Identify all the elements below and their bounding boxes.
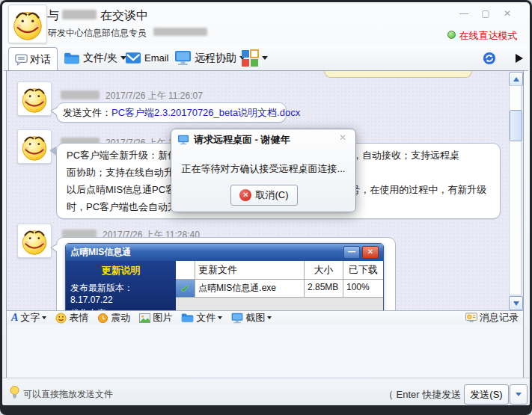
remote-label: 远程协助 [195,52,236,65]
emoticon-button[interactable]: 表情 [55,311,88,325]
update-notes-header: 更新说明 [70,264,171,277]
update-window-screenshot: 点晴MIS信息通 — ✕ 更新说明 发布最新版本：8.17.07.22 优化内容… [65,243,384,310]
message-bubble: 发送文件：PC客户端2.3.20170726_beta说明文档.docx [56,102,287,123]
avatar [17,82,52,116]
avatar [17,129,52,164]
table-row: ✔ 点晴MIS信息通.exe 2.85MB 100% [176,280,383,298]
shake-icon [97,313,108,324]
cancel-x-icon: ✕ [239,189,251,201]
content-frame: 2017/7/26 上午 11:26:07 发送文件：PC客户端2.3.2017… [6,70,524,379]
composer-toolbar: A 文字 表情 [7,310,523,325]
update-notes-panel: 更新说明 发布最新版本：8.17.07.22 优化内容： [66,261,176,310]
text-format-button[interactable]: A 文字 [11,311,46,325]
dialog-titlebar: 请求远程桌面 - 谢健年 [177,133,290,147]
smiley-avatar-icon [19,84,49,114]
close-button[interactable]: ✕ [498,7,516,19]
app-grid-icon [241,49,259,67]
redacted-detail [153,28,207,36]
contact-role: 研发中心信息部信息专员 [48,27,207,40]
image-icon [139,313,150,323]
play-arrow-icon [515,53,524,64]
email-icon [125,52,141,64]
avatar [8,4,47,43]
screenshot-icon [231,313,243,324]
main-toolbar: 对话 文件/夹 Email 远程协助 [4,45,528,71]
title-prefix: 与 [47,9,59,22]
lightbulb-icon [10,386,19,399]
col-size: 大小 [305,261,343,279]
tab-chat-label: 对话 [30,53,51,67]
minimize-icon: — [343,246,360,259]
remote-assist-button[interactable]: 远程协助 [174,48,245,68]
drag-drop-tip: 可以直接拖放发送文件 [23,388,113,401]
update-window-titlebar: 点晴MIS信息通 — ✕ [66,244,383,261]
history-icon [465,313,477,323]
sync-button[interactable] [483,48,496,68]
message-history-button[interactable]: 消息记录 [465,311,519,325]
screenshot-button[interactable]: 截图 [231,311,272,325]
send-options-dropdown[interactable] [510,384,528,405]
scrollbar-down-button[interactable] [509,296,523,310]
chevron-down-icon [262,56,268,60]
speech-bubble-icon [15,54,28,66]
online-mode-status: 在线直达模式 [447,28,517,43]
sent-file-link[interactable]: PC客户端2.3.20170726_beta说明文档.docx [111,107,300,118]
redacted-contact-name [62,10,97,19]
dialog-close-button[interactable]: ✕ [339,132,346,143]
col-downloaded: 已下载 [343,261,383,279]
apps-button[interactable] [241,48,268,68]
smiley-avatar-icon [19,132,49,162]
font-icon: A [11,312,18,324]
remote-desktop-dialog: 请求远程桌面 - 谢健年 ✕ 正在等待对方确认接受远程桌面连接... ✕ 取消(… [171,129,356,212]
smiley-avatar-icon [10,7,45,41]
screen: 与 在交谈中 研发中心信息部信息专员 — ▢ ✕ 在线直达模式 [0,0,532,415]
message-timestamp: 2017/7/26 上午 11:26:07 [106,90,203,102]
file-button[interactable]: 文件 [181,311,222,325]
files-button[interactable]: 文件/夹 [64,48,126,68]
chevron-down-icon [516,393,522,396]
image-button[interactable]: 图片 [139,311,172,325]
expand-arrow-button[interactable] [515,48,524,68]
message-input[interactable] [7,325,523,378]
sync-icon [483,52,496,65]
close-icon: ✕ [362,246,379,259]
cell-downloaded: 100% [343,280,383,297]
folder-icon [64,52,80,65]
send-button[interactable]: 发送(S) [464,384,509,405]
cancel-button[interactable]: ✕ 取消(C) [230,185,298,206]
minimize-button[interactable]: — [455,7,473,19]
col-update-file: 更新文件 [195,261,305,279]
email-button[interactable]: Email [125,48,169,68]
chat-window: 与 在交谈中 研发中心信息部信息专员 — ▢ ✕ 在线直达模式 [0,0,532,415]
dialog-message: 正在等待对方确认接受远程桌面连接... [171,162,355,176]
title-suffix: 在交谈中 [100,9,148,22]
scrollbar-thumb[interactable] [510,110,522,141]
message-input-area [7,325,523,378]
chevron-down-icon [42,316,46,319]
cell-file-name: 点晴MIS信息通.exe [195,280,305,297]
shake-button[interactable]: 震动 [97,311,130,325]
online-mode-label: 在线直达模式 [459,30,517,41]
maximize-button[interactable]: ▢ [477,7,495,19]
files-label: 文件/夹 [83,52,117,65]
emoticon-icon [55,313,67,324]
chevron-down-icon [267,316,272,319]
table-header-row: 更新文件 大小 已下载 [176,261,383,280]
scrollbar-up-button[interactable] [509,72,523,86]
cell-file-size: 2.85MB [305,280,343,297]
check-icon: ✔ [181,283,190,295]
avatar [17,224,52,258]
latest-version-line: 发布最新版本：8.17.07.22 [70,282,171,305]
remote-desktop-icon [174,50,192,66]
dialog-title: 请求远程桌面 - 谢健年 [194,133,290,147]
folder-icon [181,313,194,323]
update-files-table: 更新文件 大小 已下载 ✔ 点晴MIS信息通.exe 2.85MB 100% [176,261,383,310]
email-label: Email [144,52,169,64]
smiley-avatar-icon [19,226,49,256]
footer-bar: 可以直接拖放发送文件 （ Enter 快捷发送 ） 发送(S) [2,378,530,405]
remote-desktop-icon [177,135,189,145]
chevron-down-icon [218,316,222,319]
online-dot-icon [447,31,456,39]
update-window-title: 点晴MIS信息通 [70,246,131,259]
tab-chat[interactable]: 对话 [8,47,58,71]
